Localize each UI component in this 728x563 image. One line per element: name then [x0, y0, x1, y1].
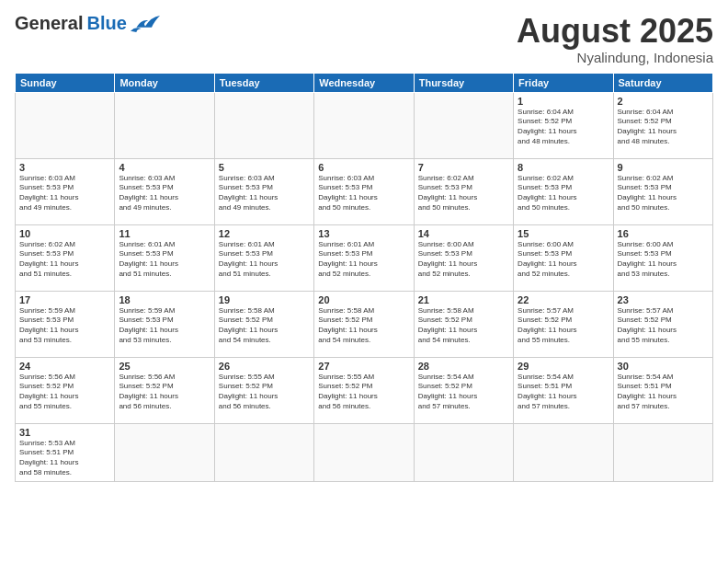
day-info: Sunrise: 5:57 AM Sunset: 5:52 PM Dayligh…: [618, 306, 709, 346]
table-row: 19Sunrise: 5:58 AM Sunset: 5:52 PM Dayli…: [214, 291, 313, 357]
day-info: Sunrise: 6:03 AM Sunset: 5:53 PM Dayligh…: [318, 174, 409, 213]
day-number: 6: [318, 162, 409, 173]
day-info: Sunrise: 5:58 AM Sunset: 5:52 PM Dayligh…: [219, 306, 310, 346]
month-title: August 2025: [517, 13, 713, 50]
day-number: 27: [318, 361, 409, 372]
day-info: Sunrise: 6:01 AM Sunset: 5:53 PM Dayligh…: [219, 240, 310, 280]
day-info: Sunrise: 5:56 AM Sunset: 5:52 PM Dayligh…: [119, 373, 210, 412]
day-number: 21: [418, 294, 509, 305]
table-row: [16, 92, 115, 158]
day-number: 7: [418, 162, 509, 173]
table-row: 30Sunrise: 5:54 AM Sunset: 5:51 PM Dayli…: [613, 357, 712, 423]
table-row: [414, 423, 513, 481]
table-row: 23Sunrise: 5:57 AM Sunset: 5:52 PM Dayli…: [613, 291, 712, 357]
table-row: 11Sunrise: 6:01 AM Sunset: 5:53 PM Dayli…: [115, 224, 214, 291]
day-number: 13: [318, 228, 409, 239]
col-tuesday: Tuesday: [214, 73, 313, 92]
day-number: 1: [518, 96, 609, 107]
table-row: 6Sunrise: 6:03 AM Sunset: 5:53 PM Daylig…: [314, 158, 414, 224]
calendar-header-row: Sunday Monday Tuesday Wednesday Thursday…: [16, 73, 713, 92]
table-row: 14Sunrise: 6:00 AM Sunset: 5:53 PM Dayli…: [414, 224, 513, 291]
day-info: Sunrise: 6:03 AM Sunset: 5:53 PM Dayligh…: [19, 174, 110, 213]
day-info: Sunrise: 6:03 AM Sunset: 5:53 PM Dayligh…: [119, 174, 210, 213]
day-number: 18: [119, 294, 210, 305]
table-row: 13Sunrise: 6:01 AM Sunset: 5:53 PM Dayli…: [314, 224, 414, 291]
day-number: 20: [318, 294, 409, 305]
day-number: 17: [19, 294, 110, 305]
day-number: 4: [119, 162, 210, 173]
table-row: 25Sunrise: 5:56 AM Sunset: 5:52 PM Dayli…: [115, 357, 214, 423]
day-info: Sunrise: 6:00 AM Sunset: 5:53 PM Dayligh…: [618, 240, 709, 280]
day-info: Sunrise: 6:04 AM Sunset: 5:52 PM Dayligh…: [618, 108, 709, 147]
table-row: 9Sunrise: 6:02 AM Sunset: 5:53 PM Daylig…: [613, 158, 712, 224]
day-info: Sunrise: 6:00 AM Sunset: 5:53 PM Dayligh…: [518, 240, 609, 280]
table-row: 26Sunrise: 5:55 AM Sunset: 5:52 PM Dayli…: [214, 357, 313, 423]
col-friday: Friday: [514, 73, 613, 92]
day-info: Sunrise: 6:01 AM Sunset: 5:53 PM Dayligh…: [119, 240, 210, 280]
header: General Blue August 2025 Nyalindung, Ind…: [15, 13, 713, 65]
table-row: [214, 423, 313, 481]
day-info: Sunrise: 5:53 AM Sunset: 5:51 PM Dayligh…: [19, 439, 110, 478]
day-info: Sunrise: 5:56 AM Sunset: 5:52 PM Dayligh…: [19, 373, 110, 412]
col-sunday: Sunday: [16, 73, 115, 92]
table-row: 12Sunrise: 6:01 AM Sunset: 5:53 PM Dayli…: [214, 224, 313, 291]
day-info: Sunrise: 6:02 AM Sunset: 5:53 PM Dayligh…: [418, 174, 509, 213]
day-info: Sunrise: 5:55 AM Sunset: 5:52 PM Dayligh…: [219, 373, 310, 412]
day-info: Sunrise: 5:55 AM Sunset: 5:52 PM Dayligh…: [318, 373, 409, 412]
logo-text-blue: Blue: [86, 13, 126, 34]
day-info: Sunrise: 6:04 AM Sunset: 5:52 PM Dayligh…: [518, 108, 609, 147]
table-row: 28Sunrise: 5:54 AM Sunset: 5:52 PM Dayli…: [414, 357, 513, 423]
table-row: [314, 423, 414, 481]
table-row: [314, 92, 414, 158]
table-row: [613, 423, 712, 481]
table-row: 8Sunrise: 6:02 AM Sunset: 5:53 PM Daylig…: [514, 158, 613, 224]
day-number: 2: [618, 96, 709, 107]
logo: General Blue: [15, 13, 160, 34]
col-monday: Monday: [115, 73, 214, 92]
table-row: 15Sunrise: 6:00 AM Sunset: 5:53 PM Dayli…: [514, 224, 613, 291]
table-row: 10Sunrise: 6:02 AM Sunset: 5:53 PM Dayli…: [16, 224, 115, 291]
logo-bird-icon: [131, 14, 160, 34]
day-info: Sunrise: 6:03 AM Sunset: 5:53 PM Dayligh…: [219, 174, 310, 213]
day-number: 15: [518, 228, 609, 239]
day-info: Sunrise: 5:54 AM Sunset: 5:52 PM Dayligh…: [418, 373, 509, 412]
table-row: 29Sunrise: 5:54 AM Sunset: 5:51 PM Dayli…: [514, 357, 613, 423]
table-row: 3Sunrise: 6:03 AM Sunset: 5:53 PM Daylig…: [16, 158, 115, 224]
day-info: Sunrise: 5:58 AM Sunset: 5:52 PM Dayligh…: [418, 306, 509, 346]
day-number: 11: [119, 228, 210, 239]
day-number: 3: [19, 162, 110, 173]
day-info: Sunrise: 6:02 AM Sunset: 5:53 PM Dayligh…: [19, 240, 110, 280]
table-row: 16Sunrise: 6:00 AM Sunset: 5:53 PM Dayli…: [613, 224, 712, 291]
col-wednesday: Wednesday: [314, 73, 414, 92]
table-row: [214, 92, 313, 158]
day-number: 31: [19, 427, 110, 438]
day-number: 30: [618, 361, 709, 372]
day-info: Sunrise: 5:57 AM Sunset: 5:52 PM Dayligh…: [518, 306, 609, 346]
day-info: Sunrise: 5:59 AM Sunset: 5:53 PM Dayligh…: [19, 306, 110, 346]
day-number: 28: [418, 361, 509, 372]
calendar: Sunday Monday Tuesday Wednesday Thursday…: [15, 73, 713, 482]
table-row: 18Sunrise: 5:59 AM Sunset: 5:53 PM Dayli…: [115, 291, 214, 357]
day-number: 26: [219, 361, 310, 372]
table-row: [115, 423, 214, 481]
title-block: August 2025 Nyalindung, Indonesia: [517, 13, 713, 65]
day-info: Sunrise: 5:54 AM Sunset: 5:51 PM Dayligh…: [618, 373, 709, 412]
day-info: Sunrise: 6:00 AM Sunset: 5:53 PM Dayligh…: [418, 240, 509, 280]
day-number: 25: [119, 361, 210, 372]
day-number: 10: [19, 228, 110, 239]
day-number: 5: [219, 162, 310, 173]
table-row: 1Sunrise: 6:04 AM Sunset: 5:52 PM Daylig…: [514, 92, 613, 158]
table-row: [414, 92, 513, 158]
day-number: 23: [618, 294, 709, 305]
day-number: 19: [219, 294, 310, 305]
table-row: 5Sunrise: 6:03 AM Sunset: 5:53 PM Daylig…: [214, 158, 313, 224]
table-row: 7Sunrise: 6:02 AM Sunset: 5:53 PM Daylig…: [414, 158, 513, 224]
table-row: 4Sunrise: 6:03 AM Sunset: 5:53 PM Daylig…: [115, 158, 214, 224]
day-number: 22: [518, 294, 609, 305]
day-info: Sunrise: 6:02 AM Sunset: 5:53 PM Dayligh…: [518, 174, 609, 213]
table-row: 24Sunrise: 5:56 AM Sunset: 5:52 PM Dayli…: [16, 357, 115, 423]
day-info: Sunrise: 5:54 AM Sunset: 5:51 PM Dayligh…: [518, 373, 609, 412]
table-row: 20Sunrise: 5:58 AM Sunset: 5:52 PM Dayli…: [314, 291, 414, 357]
table-row: [115, 92, 214, 158]
table-row: 21Sunrise: 5:58 AM Sunset: 5:52 PM Dayli…: [414, 291, 513, 357]
